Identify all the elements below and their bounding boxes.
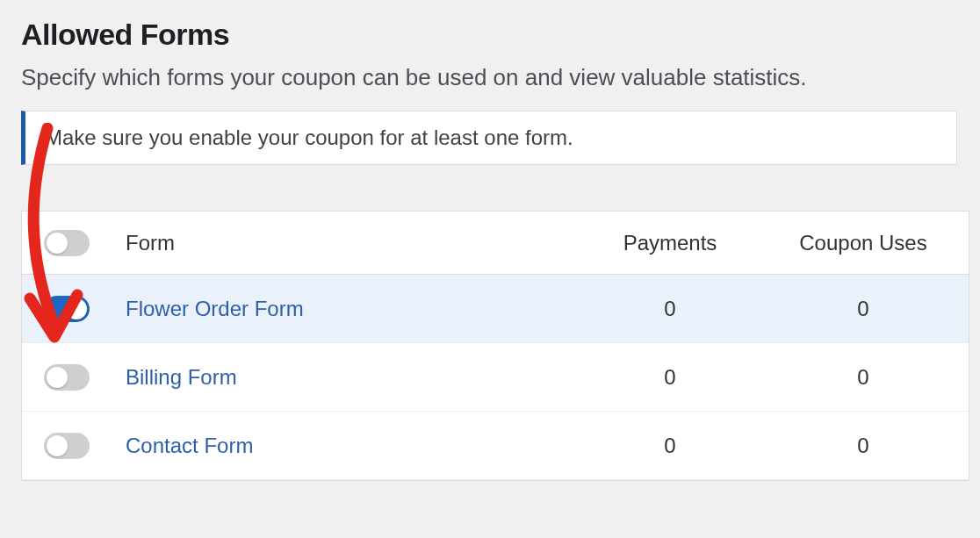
toggle-knob <box>47 367 68 388</box>
table-row: Flower Order Form 0 0 <box>22 275 969 343</box>
page-title: Allowed Forms <box>21 18 959 52</box>
toggle-all[interactable] <box>44 230 90 256</box>
toggle-knob <box>47 233 68 254</box>
table-row: Billing Form 0 0 <box>22 343 969 412</box>
payments-value: 0 <box>573 434 767 458</box>
header-toggle-cell <box>22 230 99 256</box>
toggle-knob <box>47 435 68 456</box>
toggle-form-2[interactable] <box>44 433 90 459</box>
uses-value: 0 <box>767 297 960 321</box>
form-name-link[interactable]: Contact Form <box>126 434 253 457</box>
column-header-uses: Coupon Uses <box>767 231 960 255</box>
uses-value: 0 <box>767 365 960 390</box>
forms-table: Form Payments Coupon Uses Flower Order F… <box>21 211 969 481</box>
form-name-link[interactable]: Flower Order Form <box>126 297 304 320</box>
uses-value: 0 <box>767 434 960 458</box>
toggle-knob <box>66 298 87 319</box>
payments-value: 0 <box>573 365 767 390</box>
table-row: Contact Form 0 0 <box>22 412 969 480</box>
payments-value: 0 <box>573 297 767 321</box>
notice-text: Make sure you enable your coupon for at … <box>45 126 573 149</box>
column-header-payments: Payments <box>573 231 767 255</box>
column-header-form: Form <box>99 231 573 255</box>
notice-banner: Make sure you enable your coupon for at … <box>21 111 957 165</box>
form-name-link[interactable]: Billing Form <box>126 365 237 389</box>
table-header-row: Form Payments Coupon Uses <box>22 212 969 275</box>
toggle-form-0[interactable] <box>44 296 90 322</box>
toggle-form-1[interactable] <box>44 364 90 391</box>
page-subtitle: Specify which forms your coupon can be u… <box>21 64 959 91</box>
